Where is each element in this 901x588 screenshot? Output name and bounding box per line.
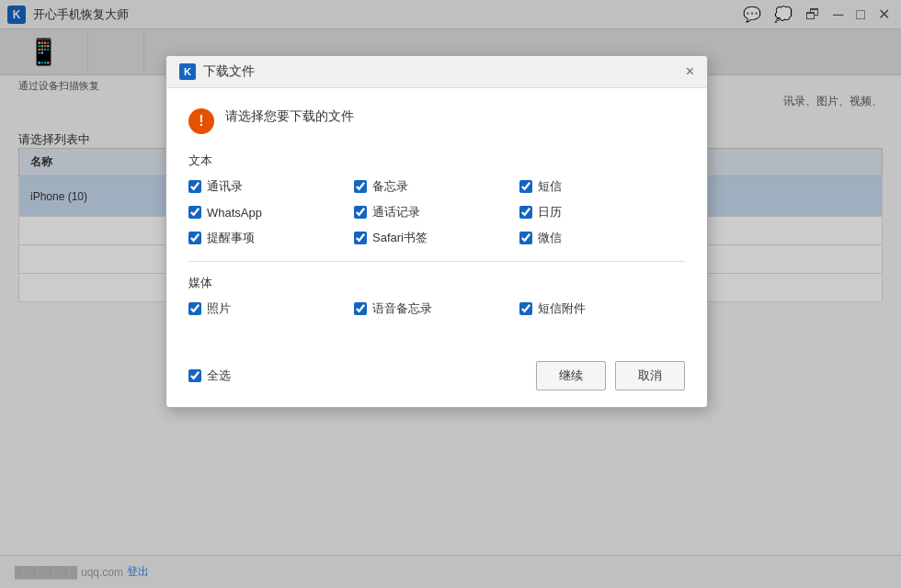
checkbox-sms-attachments-label: 短信附件 — [538, 300, 586, 317]
continue-button[interactable]: 继续 — [536, 361, 606, 390]
checkbox-sms-label: 短信 — [538, 178, 562, 195]
checkbox-photos[interactable]: 照片 — [188, 300, 354, 317]
dialog-main-text: 请选择您要下载的文件 — [225, 107, 354, 126]
select-all-label: 全选 — [207, 368, 231, 384]
select-all-checkbox[interactable] — [188, 369, 201, 382]
checkbox-call-log-input[interactable] — [354, 206, 367, 219]
checkbox-reminders-label: 提醒事项 — [207, 230, 255, 246]
dialog-titlebar: K 下载文件 × — [166, 56, 707, 88]
checkbox-calendar[interactable]: 日历 — [519, 204, 685, 220]
select-all-row[interactable]: 全选 — [188, 368, 231, 384]
text-section: 文本 通讯录 备忘录 短信 WhatsApp — [188, 153, 685, 246]
checkbox-voice-memos-label: 语音备忘录 — [372, 300, 432, 317]
checkbox-contacts[interactable]: 通讯录 — [188, 178, 354, 195]
checkbox-calendar-input[interactable] — [519, 206, 532, 219]
checkbox-sms-attachments[interactable]: 短信附件 — [519, 300, 685, 317]
media-checkbox-grid: 照片 语音备忘录 短信附件 — [188, 300, 685, 317]
checkbox-contacts-input[interactable] — [188, 180, 201, 193]
text-checkbox-grid: 通讯录 备忘录 短信 WhatsApp 通话记录 — [188, 178, 685, 246]
checkbox-notes[interactable]: 备忘录 — [354, 178, 519, 195]
checkbox-voice-memos-input[interactable] — [354, 302, 367, 315]
checkbox-safari-input[interactable] — [354, 232, 367, 244]
checkbox-safari-label: Safari书签 — [372, 230, 428, 246]
checkbox-sms[interactable]: 短信 — [519, 178, 685, 195]
section-divider — [188, 261, 685, 262]
dialog-title: 下载文件 — [203, 63, 255, 80]
checkbox-wechat-input[interactable] — [519, 232, 532, 244]
checkbox-whatsapp[interactable]: WhatsApp — [188, 204, 354, 220]
checkbox-voice-memos[interactable]: 语音备忘录 — [354, 300, 519, 317]
text-section-label: 文本 — [188, 153, 685, 169]
checkbox-call-log[interactable]: 通话记录 — [354, 204, 519, 220]
checkbox-photos-input[interactable] — [188, 302, 201, 315]
warning-icon: ! — [188, 108, 214, 134]
checkbox-reminders[interactable]: 提醒事项 — [188, 230, 354, 246]
dialog-close-button[interactable]: × — [686, 64, 694, 79]
checkbox-sms-attachments-input[interactable] — [519, 302, 532, 315]
dialog-title-left: K 下载文件 — [179, 63, 255, 80]
checkbox-call-log-label: 通话记录 — [372, 204, 420, 220]
dialog-header: ! 请选择您要下载的文件 — [188, 107, 685, 134]
checkbox-reminders-input[interactable] — [188, 232, 201, 244]
cancel-button[interactable]: 取消 — [615, 361, 685, 390]
checkbox-calendar-label: 日历 — [538, 204, 562, 220]
checkbox-safari[interactable]: Safari书签 — [354, 230, 519, 246]
media-section-label: 媒体 — [188, 275, 685, 291]
checkbox-contacts-label: 通讯录 — [207, 178, 243, 195]
checkbox-wechat[interactable]: 微信 — [519, 230, 685, 246]
media-section: 媒体 照片 语音备忘录 短信附件 — [188, 275, 685, 317]
download-dialog: K 下载文件 × ! 请选择您要下载的文件 文本 通讯录 备忘录 — [165, 55, 708, 408]
dialog-logo: K — [179, 63, 196, 80]
checkbox-notes-input[interactable] — [354, 180, 367, 193]
checkbox-wechat-label: 微信 — [538, 230, 562, 246]
dialog-action-buttons: 继续 取消 — [536, 361, 685, 390]
checkbox-notes-label: 备忘录 — [372, 178, 408, 195]
checkbox-whatsapp-label: WhatsApp — [207, 206, 262, 220]
checkbox-photos-label: 照片 — [207, 300, 231, 317]
dialog-footer: 全选 继续 取消 — [166, 350, 707, 407]
dialog-body: ! 请选择您要下载的文件 文本 通讯录 备忘录 短信 — [166, 88, 707, 350]
checkbox-sms-input[interactable] — [519, 180, 532, 193]
checkbox-whatsapp-input[interactable] — [188, 206, 201, 219]
